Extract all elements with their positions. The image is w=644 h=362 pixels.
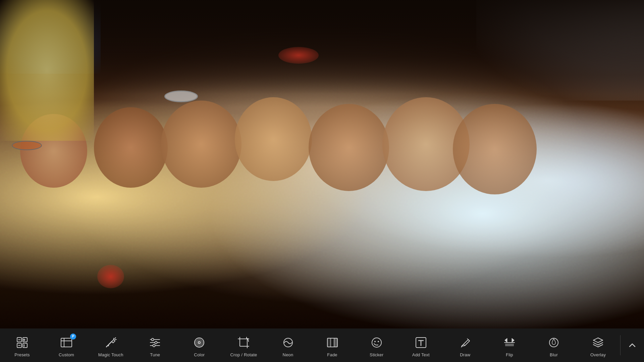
tool-magic-touch[interactable]: Magic Touch [89,328,133,362]
neon-label: Neon [283,352,293,357]
tool-fade[interactable]: Fade [310,328,355,362]
tool-blur[interactable]: Blur [532,328,576,362]
chevron-up-icon [628,341,637,350]
draw-icon [458,335,473,350]
crop-rotate-icon [236,335,251,350]
scroll-arrow-button[interactable] [621,328,644,362]
color-label: Color [194,352,205,357]
tool-crop-rotate[interactable]: Crop / Rotate [221,328,266,362]
magic-touch-label: Magic Touch [98,352,123,357]
tool-add-text[interactable]: Add Text [399,328,443,362]
tool-flip[interactable]: Flip [487,328,532,362]
blur-label: Blur [550,352,558,357]
presets-label: Presets [14,352,30,357]
svg-point-17 [108,345,109,346]
tool-presets[interactable]: Presets [0,328,44,362]
tune-label: Tune [150,352,160,357]
magic-touch-icon [103,335,118,350]
svg-point-48 [549,338,558,347]
sticker-icon [369,335,384,350]
svg-line-12 [106,342,112,347]
svg-rect-47 [505,344,514,346]
tool-sticker[interactable]: Sticker [355,328,399,362]
tool-custom[interactable]: P Custom [44,328,89,362]
tool-neon[interactable]: Neon [266,328,310,362]
neon-icon [280,335,296,350]
svg-marker-49 [593,338,603,343]
color-icon [192,335,207,350]
presets-icon [14,335,30,350]
fade-label: Fade [327,352,337,357]
svg-point-40 [378,341,379,342]
tune-icon [147,335,163,350]
svg-marker-13 [112,340,115,343]
toolbar-items: Presets P Custom [0,328,620,362]
flip-icon [502,335,517,350]
photo-canvas [0,0,644,328]
svg-point-23 [153,344,155,347]
svg-point-38 [372,338,381,347]
fade-icon [325,335,340,350]
svg-point-22 [155,341,157,344]
toolbar: Presets P Custom [0,328,644,362]
tool-draw[interactable]: Draw [443,328,487,362]
tool-overlay[interactable]: Overlay [576,328,620,362]
tool-tune[interactable]: Tune [133,328,177,362]
overlay-icon [590,335,606,350]
tool-color[interactable]: Color [177,328,221,362]
add-text-icon [413,335,429,350]
svg-line-16 [115,338,116,339]
svg-rect-36 [327,338,331,347]
blur-icon [546,335,561,350]
svg-rect-26 [240,339,247,346]
crop-rotate-label: Crop / Rotate [230,352,257,357]
custom-icon: P [59,335,74,350]
svg-rect-3 [23,343,27,348]
add-text-label: Add Text [412,352,430,357]
flip-label: Flip [506,352,513,357]
svg-rect-37 [334,338,337,347]
sticker-label: Sticker [370,352,383,357]
svg-point-21 [152,338,154,341]
overlay-label: Overlay [590,352,606,357]
draw-label: Draw [460,352,470,357]
svg-rect-9 [61,338,72,347]
custom-label: Custom [59,352,74,357]
svg-point-39 [374,341,376,342]
custom-badge: P [70,334,76,340]
